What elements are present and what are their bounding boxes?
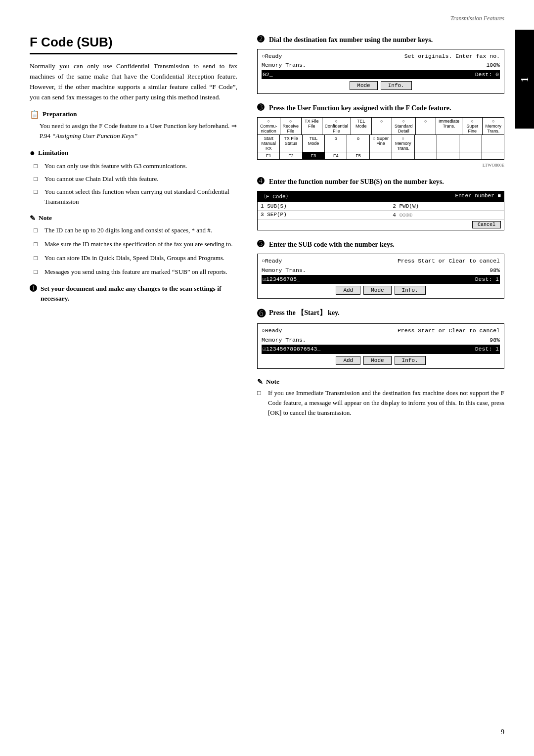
td-f2: F2: [280, 152, 302, 159]
note-right-box: ✎ Note If you use Immediate Transmission…: [257, 378, 504, 418]
step-5: ➎ Enter the SUB code with the number key…: [257, 239, 504, 299]
display-msg: Press Start or Clear to cancel: [398, 326, 500, 335]
step-1: ➊ Set your document and make any changes…: [30, 284, 237, 304]
en-header: 〈F Code〉 Enter number ■: [258, 191, 504, 202]
th-confidential: ○ ConfidentialFile: [322, 118, 352, 134]
step-2-display: ○Ready Set originals. Enter fax no. Memo…: [257, 49, 504, 94]
step-4: ➍ Enter the function number for SUB(S) o…: [257, 177, 504, 230]
step-5-number: ➎: [257, 239, 266, 250]
step-1-number: ➊: [30, 284, 39, 304]
ltw-label: LTWO800E: [257, 163, 504, 168]
display-code: ☑123456789876543_: [263, 345, 320, 354]
td-empty6: [392, 152, 414, 159]
step-4-text: Enter the function number for SUB(S) on …: [269, 177, 444, 187]
display-row-3: ☑123456785_ Dest: 1: [262, 275, 500, 284]
th-receive: ○ ReceiveFile: [280, 118, 302, 134]
en-row2-col1: 3 SEP(P): [261, 212, 393, 218]
fcode-table: ○ Commu-nication ○ ReceiveFile TX FileFi…: [257, 117, 504, 160]
limitation-box: ● Limitation You can only use this featu…: [30, 148, 237, 207]
step-4-number: ➍: [257, 177, 266, 187]
step-6-title: ➏ Press the 【Start】 key.: [257, 308, 504, 319]
display-pct: 100%: [486, 61, 500, 70]
info-button[interactable]: Info.: [395, 356, 426, 365]
info-button[interactable]: Info.: [381, 81, 412, 90]
list-item: You cannot use Chain Dial with this feat…: [34, 174, 237, 184]
th-immediate: ImmediateTrans.: [436, 118, 462, 134]
th-txfile: TX FileFile: [302, 118, 322, 134]
th-super: ○ Super Fine: [462, 118, 483, 134]
td-superfine: ○ Super Fine: [370, 135, 392, 152]
section-header: Transmission Features: [450, 15, 504, 22]
cancel-button[interactable]: Cancel: [472, 221, 501, 228]
step-1-text: Set your document and make any changes t…: [41, 284, 237, 304]
main-content: F Code (SUB) Normally you can only use C…: [30, 35, 504, 422]
display-row-1: ○Ready Set originals. Enter fax no.: [262, 52, 500, 61]
note-left-label: Note: [39, 214, 52, 222]
page: Transmission Features 1 9 F Code (SUB) N…: [0, 0, 534, 756]
mode-button[interactable]: Mode: [350, 81, 377, 90]
td-tel-mode: TELMode: [303, 135, 325, 152]
step-3-text: Press the User Function key assigned wit…: [269, 103, 451, 113]
note-left-list: The ID can be up to 20 digits long and c…: [34, 225, 237, 277]
limitation-icon: ●: [30, 148, 35, 158]
step-1-title: ➊ Set your document and make any changes…: [30, 284, 237, 304]
info-button[interactable]: Info.: [395, 286, 426, 295]
td-empty7: [415, 152, 437, 159]
display-code: ☑123456785_: [263, 275, 300, 284]
step-5-text: Enter the SUB code with the number keys.: [269, 239, 395, 250]
list-item: Make sure the ID matches the specificati…: [34, 239, 237, 249]
page-title: F Code (SUB): [30, 35, 237, 54]
td-empty2: [437, 135, 459, 152]
en-header-right: Enter number ■: [455, 193, 501, 200]
step-6-text: Press the 【Start】 key.: [269, 308, 340, 319]
display-dest: Dest: 1: [475, 275, 499, 284]
display-pct: 98%: [490, 266, 500, 275]
td-empty9: [459, 152, 482, 159]
td-empty5: [370, 152, 392, 159]
note-right-icon: ✎: [257, 378, 263, 386]
step-4-display: 〈F Code〉 Enter number ■ 1 SUB(S) 2 PWD(W…: [257, 191, 504, 230]
en-row-1: 1 SUB(S) 2 PWD(W): [258, 202, 504, 211]
right-column: ➋ Dial the destination fax number using …: [257, 35, 504, 422]
step-5-display: ○Ready Press Start or Clear to cancel Me…: [257, 254, 504, 299]
th-empty2: ○: [416, 118, 436, 134]
th-commu: ○ Commu-nication: [258, 118, 280, 134]
en-row1-col1: 1 SUB(S): [261, 203, 393, 209]
step-5-title: ➎ Enter the SUB code with the number key…: [257, 239, 504, 250]
td-txfile-status: TX FileStatus: [280, 135, 302, 152]
td-f4: F4: [325, 152, 347, 159]
display-buttons-6: Add Mode Info.: [262, 356, 500, 365]
display-mode: Memory Trans.: [262, 61, 306, 70]
table-header-row: ○ Commu-nication ○ ReceiveFile TX FileFi…: [258, 118, 504, 135]
th-tel: TELMode: [351, 118, 371, 134]
display-mode: Memory Trans.: [262, 266, 306, 275]
display-row-2: Memory Trans. 98%: [262, 266, 500, 275]
tab-label: 1: [519, 76, 531, 82]
td-f3: F3: [303, 152, 325, 159]
en-buttons: Cancel: [258, 220, 504, 230]
left-column: F Code (SUB) Normally you can only use C…: [30, 35, 237, 422]
mode-button[interactable]: Mode: [363, 356, 391, 365]
display-ready: ○Ready: [262, 326, 282, 335]
step-4-title: ➍ Enter the function number for SUB(S) o…: [257, 177, 504, 187]
step-3-number: ➌: [257, 103, 266, 113]
step-2-title: ➋ Dial the destination fax number using …: [257, 35, 504, 45]
list-item: The ID can be up to 20 digits long and c…: [34, 225, 237, 235]
list-item: You can only use this feature with G3 co…: [34, 161, 237, 171]
add-button[interactable]: Add: [336, 286, 360, 295]
step-2: ➋ Dial the destination fax number using …: [257, 35, 504, 94]
display-buttons-2: Mode Info.: [262, 81, 500, 90]
list-item: If you use Immediate Transmission and th…: [257, 388, 504, 418]
mode-button[interactable]: Mode: [363, 286, 391, 295]
intro-text: Normally you can only use Confidential T…: [30, 61, 237, 103]
preparation-italic: “Assigning User Function Keys”: [52, 132, 137, 139]
add-button[interactable]: Add: [336, 356, 360, 365]
list-item: You cannot select this function when car…: [34, 187, 237, 207]
display-ready: ○Ready: [262, 52, 282, 61]
display-row-2: Memory Trans. 100%: [262, 61, 500, 70]
note-right-title: ✎ Note: [257, 378, 504, 386]
td-f1: F1: [258, 152, 280, 159]
display-pct: 98%: [490, 336, 500, 345]
display-row-1: ○Ready Press Start or Clear to cancel: [262, 257, 500, 266]
display-mode: Memory Trans.: [262, 336, 306, 345]
